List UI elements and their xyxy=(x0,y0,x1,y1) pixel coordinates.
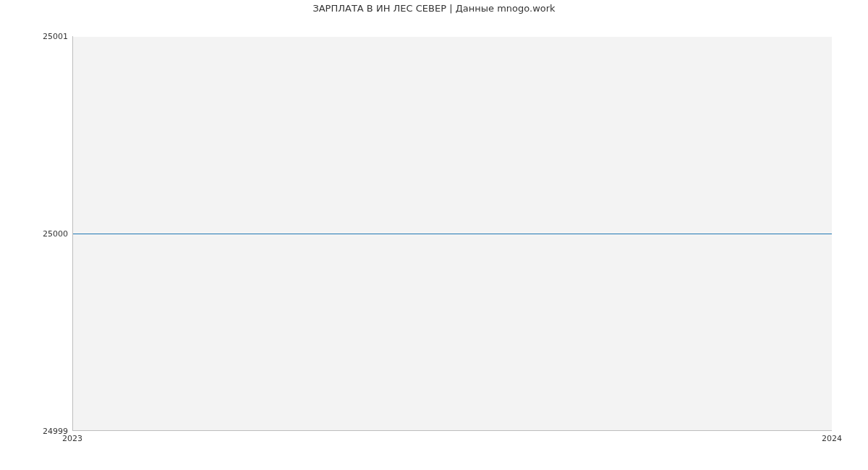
chart-title: ЗАРПЛАТА В ИН ЛЕС СЕВЕР | Данные mnogo.w… xyxy=(0,3,868,14)
x-tick-label: 2024 xyxy=(822,434,842,443)
y-tick-label: 24999 xyxy=(3,427,68,436)
gridline xyxy=(73,36,832,37)
data-line xyxy=(73,234,832,234)
y-tick-label: 25001 xyxy=(3,32,68,41)
plot-area xyxy=(72,36,832,431)
x-tick-label: 2023 xyxy=(62,434,82,443)
chart-container: ЗАРПЛАТА В ИН ЛЕС СЕВЕР | Данные mnogo.w… xyxy=(0,0,868,470)
y-tick-label: 25000 xyxy=(3,229,68,239)
